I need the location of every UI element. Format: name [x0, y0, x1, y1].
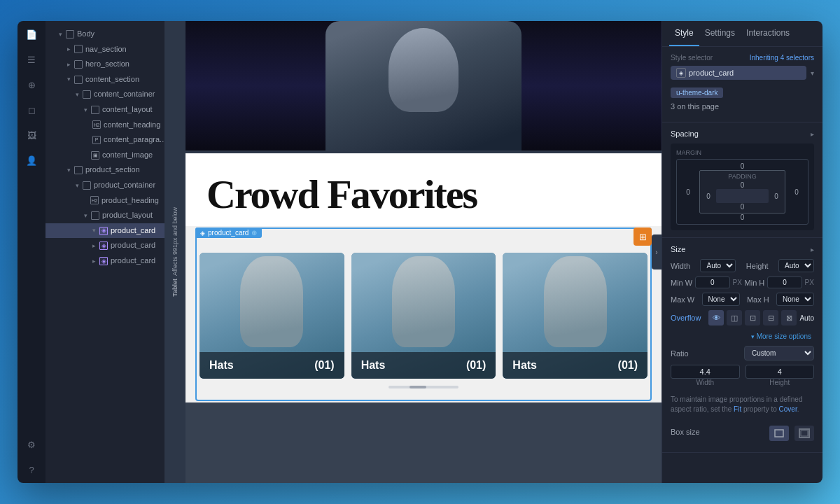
- min-w-input[interactable]: [695, 276, 730, 288]
- tree-item-content-section[interactable]: ▾ content_section: [46, 72, 164, 88]
- list-item[interactable]: Hats (01): [200, 253, 344, 379]
- tree-item-product-container[interactable]: ▾ product_container: [46, 178, 164, 193]
- tab-interactions[interactable]: Interactions: [741, 21, 795, 46]
- size-section: Size ▸ Width Auto Height Auto: [662, 238, 822, 453]
- product-cards-section[interactable]: ◈ product_card ⊕ ⊞ Hats (01): [186, 226, 662, 402]
- padding-top-input[interactable]: [734, 181, 751, 189]
- scroll-indicator: [200, 386, 648, 388]
- card-overlay-3: Hats (01): [503, 352, 648, 379]
- product-card-label: ◈ product_card ⊕: [195, 227, 262, 238]
- settings-icon[interactable]: ⚙: [24, 437, 39, 452]
- tree-item-content-heading[interactable]: H2 content_heading: [46, 118, 164, 133]
- padding-right-input[interactable]: [770, 192, 783, 200]
- list-item[interactable]: Hats (01): [351, 253, 496, 379]
- min-w-label: Min W: [671, 279, 692, 287]
- tree-item-product-heading[interactable]: H2 product_heading: [46, 193, 164, 209]
- height-label: Height: [746, 262, 769, 270]
- overflow-visible-icon[interactable]: 👁: [708, 310, 724, 326]
- spacing-collapse-icon[interactable]: ▸: [811, 130, 814, 138]
- product-cards-grid: Hats (01) Hats (01): [200, 236, 648, 379]
- component-icon[interactable]: ◻: [24, 102, 39, 118]
- tree-item-hero[interactable]: ▸ hero_section: [46, 57, 164, 72]
- padding-left-input[interactable]: [702, 192, 715, 200]
- canvas-area[interactable]: Affects 991px and below Tablet Crowd Fav…: [164, 21, 662, 483]
- tree-item-product-layout[interactable]: ▾ product_layout: [46, 208, 164, 223]
- ratio-label: Ratio: [671, 349, 689, 358]
- selector-chip[interactable]: ◈ product_card: [671, 66, 806, 80]
- height-select[interactable]: Auto: [778, 259, 814, 272]
- add-icon[interactable]: ⊕: [24, 77, 39, 92]
- margin-top-input[interactable]: [732, 162, 753, 170]
- box-size-content[interactable]: [769, 426, 789, 441]
- orange-action-icon[interactable]: ⊞: [634, 227, 652, 246]
- tree-item-product-section[interactable]: ▾ product_section: [46, 162, 164, 178]
- tree-item-product-card-3[interactable]: ▸ ◈ product_card: [46, 253, 164, 269]
- tab-style[interactable]: Style: [669, 21, 699, 46]
- list-item[interactable]: Hats (01): [503, 253, 648, 379]
- chip-component-icon: ◈: [676, 68, 686, 78]
- tree-icon-content-layout: [91, 106, 99, 114]
- overflow-hidden-icon[interactable]: ◫: [727, 310, 742, 326]
- margin-right-input[interactable]: [788, 188, 805, 196]
- right-collapse-handle[interactable]: ›: [652, 234, 662, 270]
- ratio-width-label: Width: [696, 379, 714, 386]
- width-select[interactable]: Auto: [700, 259, 736, 272]
- margin-bottom-input[interactable]: [732, 214, 753, 221]
- width-height-row: Width Auto Height Auto: [671, 259, 814, 272]
- tree-label-product-layout: product_layout: [102, 209, 153, 222]
- tree-item-nav[interactable]: ▸ nav_section: [46, 42, 164, 57]
- tree-icon-product-heading: H2: [90, 196, 99, 204]
- tree-item-product-card-1[interactable]: ▾ ◈ product_card: [46, 223, 164, 239]
- style-selector-label: Style selector: [671, 54, 713, 62]
- min-h-label: Min H: [745, 279, 765, 287]
- more-size-options-link[interactable]: ▾ More size options: [671, 330, 814, 343]
- right-panel-tabs: Style Settings Interactions: [662, 21, 822, 47]
- margin-label: MARGIN: [676, 149, 808, 156]
- tree-icon-product-section: [74, 166, 83, 174]
- inheriting-label[interactable]: Inheriting 4 selectors: [750, 54, 814, 62]
- ratio-width-input[interactable]: [671, 365, 740, 379]
- tree-item-content-para[interactable]: P content_paragra...: [46, 132, 164, 148]
- tree-item-content-layout[interactable]: ▾ content_layout: [46, 102, 164, 118]
- tree-item-body[interactable]: ▾ Body: [46, 27, 164, 42]
- on-this-page-label: 3 on this page: [671, 102, 814, 111]
- max-w-select[interactable]: None: [702, 293, 740, 306]
- box-size-border[interactable]: [794, 426, 814, 441]
- style-selector-section: Style selector Inheriting 4 selectors ◈ …: [662, 47, 822, 122]
- tree-icon-product-card-2: ◈: [99, 241, 108, 250]
- min-wh-row: Min W PX Min H PX: [671, 276, 814, 288]
- tree-icon-product-container: [83, 181, 91, 190]
- theme-tag[interactable]: u-theme-dark: [671, 88, 723, 98]
- selector-row: ◈ product_card ▾: [671, 66, 814, 80]
- box-size-options: [769, 426, 814, 441]
- help-icon[interactable]: ?: [24, 462, 39, 477]
- user-icon[interactable]: 👤: [24, 153, 39, 168]
- tree-item-product-card-2[interactable]: ▸ ◈ product_card: [46, 238, 164, 253]
- card-number-1: (01): [314, 359, 334, 372]
- overflow-auto-icon[interactable]: ⊟: [763, 310, 778, 326]
- asset-icon[interactable]: 🖼: [24, 127, 39, 143]
- overflow-clip-icon[interactable]: ⊠: [781, 310, 797, 326]
- margin-left-input[interactable]: [680, 188, 696, 196]
- max-h-select[interactable]: None: [776, 293, 814, 306]
- menu-icon[interactable]: ☰: [24, 52, 39, 67]
- crowd-favorites-title: Crowd Favorites: [206, 174, 640, 215]
- min-h-input[interactable]: [767, 276, 802, 288]
- tree-arrow: ▾: [82, 212, 89, 219]
- card-category-3: Hats: [512, 359, 537, 372]
- overflow-value: Auto: [799, 314, 814, 322]
- tree-item-content-container[interactable]: ▾ content_container: [46, 87, 164, 102]
- page-icon[interactable]: 📄: [24, 27, 39, 42]
- tree-icon-content-heading: H2: [92, 120, 101, 129]
- overflow-scroll-icon[interactable]: ⊡: [745, 310, 760, 326]
- ratio-height-input[interactable]: [746, 365, 815, 379]
- padding-bottom-input[interactable]: [734, 203, 751, 211]
- size-collapse-icon[interactable]: ▸: [811, 246, 814, 253]
- tab-settings[interactable]: Settings: [699, 21, 741, 46]
- card-category-2: Hats: [361, 359, 386, 372]
- tree-item-content-image[interactable]: ▣ content_image: [46, 148, 164, 163]
- ratio-select[interactable]: Custom: [744, 346, 814, 360]
- tree-label-content-section: content_section: [85, 74, 139, 86]
- tree-arrow: ▸: [65, 61, 72, 68]
- chevron-down-icon: ▾: [811, 69, 814, 77]
